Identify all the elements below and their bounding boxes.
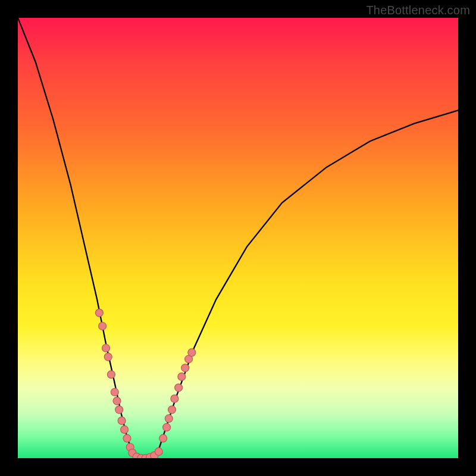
data-point: [102, 345, 110, 352]
data-point: [95, 309, 103, 317]
watermark-text: TheBottleneck.com: [366, 4, 470, 17]
data-point: [178, 373, 186, 381]
data-point: [111, 389, 118, 396]
data-point: [165, 415, 173, 422]
data-point: [181, 364, 189, 372]
bottleneck-curve: [18, 18, 458, 458]
plot-area: [18, 18, 458, 458]
data-point: [159, 434, 167, 442]
chart-frame: TheBottleneck.com: [0, 0, 476, 476]
data-point: [188, 349, 196, 356]
data-point: [168, 406, 176, 414]
data-point: [175, 384, 183, 392]
data-point: [104, 353, 112, 361]
data-point: [118, 417, 126, 425]
data-point: [171, 395, 178, 403]
data-point: [155, 447, 162, 455]
data-point: [123, 434, 131, 442]
data-point: [121, 425, 129, 433]
data-point: [163, 424, 171, 431]
bottleneck-chart-svg: [18, 18, 458, 458]
data-point: [115, 406, 123, 414]
data-point: [99, 322, 107, 330]
data-point: [107, 371, 115, 378]
data-point: [113, 397, 121, 405]
